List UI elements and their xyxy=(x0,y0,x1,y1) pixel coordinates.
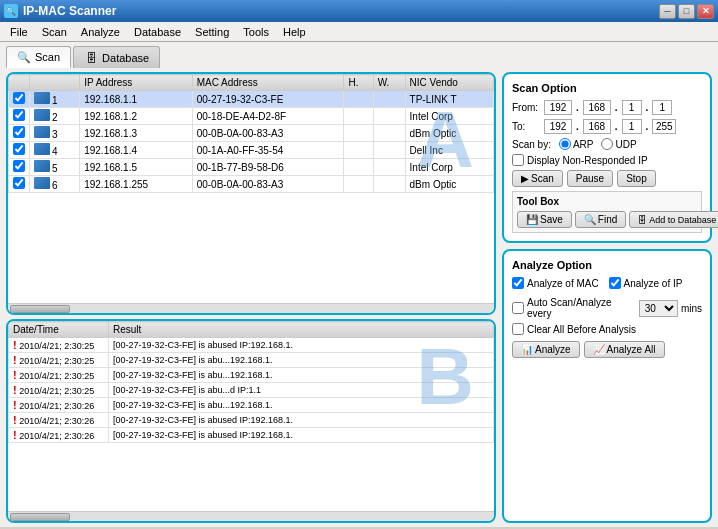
analysis-scroll-thumb[interactable] xyxy=(10,513,70,521)
tab-scan[interactable]: 🔍 Scan xyxy=(6,46,71,68)
analysis-results-box: Date/Time Result ! 2010/4/21; 2:30:25 [0… xyxy=(6,319,496,523)
row-w-0 xyxy=(373,91,405,108)
analyze-mac-label[interactable]: Analyze of MAC xyxy=(512,277,606,289)
from-row: From: . . . xyxy=(512,100,702,115)
analysis-time-2: ! 2010/4/21; 2:30:25 xyxy=(9,368,109,383)
scan-table-scroll[interactable]: IP Address MAC Address H. W. NIC Vendo 1… xyxy=(8,74,494,303)
row-h-0 xyxy=(344,91,373,108)
scan-scroll-track[interactable] xyxy=(8,303,494,313)
pause-btn-label: Pause xyxy=(576,173,604,184)
find-btn-label: Find xyxy=(598,214,617,225)
analyze-all-button[interactable]: 📈 Analyze All xyxy=(584,341,665,358)
to-ip-2[interactable] xyxy=(583,119,611,134)
row-check-3[interactable] xyxy=(13,143,25,155)
analyze-mac-check[interactable] xyxy=(512,277,524,289)
row-check-4[interactable] xyxy=(13,160,25,172)
table-row[interactable]: 4 192.168.1.4 00-1A-A0-FF-35-54 Dell Inc xyxy=(9,142,494,159)
col-w: W. xyxy=(373,75,405,91)
col-icon xyxy=(30,75,80,91)
row-icon-5 xyxy=(34,177,50,189)
tool-box-title: Tool Box xyxy=(517,196,697,207)
find-button[interactable]: 🔍 Find xyxy=(575,211,626,228)
menu-database[interactable]: Database xyxy=(128,25,187,39)
to-ip-3[interactable] xyxy=(622,119,642,134)
maximize-button[interactable]: □ xyxy=(678,4,695,19)
table-row[interactable]: 5 192.168.1.5 00-1B-77-B9-58-D6 Intel Co… xyxy=(9,159,494,176)
pause-button[interactable]: Pause xyxy=(567,170,613,187)
add-to-db-label: Add to Database xyxy=(649,215,716,225)
from-ip-3[interactable] xyxy=(622,100,642,115)
to-ip-4[interactable] xyxy=(652,119,676,134)
menu-file[interactable]: File xyxy=(4,25,34,39)
tool-box: Tool Box 💾 Save 🔍 Find 🗄 Add to Database xyxy=(512,191,702,233)
auto-scan-check[interactable] xyxy=(512,302,524,314)
menu-analyze[interactable]: Analyze xyxy=(75,25,126,39)
menu-setting[interactable]: Setting xyxy=(189,25,235,39)
clear-before-check[interactable] xyxy=(512,323,524,335)
arp-radio[interactable] xyxy=(559,138,571,150)
row-check-0[interactable] xyxy=(13,92,25,104)
analyze-ip-label[interactable]: Analyze of IP xyxy=(609,277,703,289)
analysis-row: ! 2010/4/21; 2:30:25 [00-27-19-32-C3-FE]… xyxy=(9,338,494,353)
udp-radio[interactable] xyxy=(601,138,613,150)
analysis-table-wrap[interactable]: Date/Time Result ! 2010/4/21; 2:30:25 [0… xyxy=(8,321,494,511)
row-check-1[interactable] xyxy=(13,109,25,121)
udp-label: UDP xyxy=(615,139,636,150)
analyze-all-icon: 📈 xyxy=(593,344,605,355)
scan-scroll-thumb[interactable] xyxy=(10,305,70,313)
analysis-result-2: [00-27-19-32-C3-FE] is abu...192.168.1. xyxy=(109,368,494,383)
row-check-5[interactable] xyxy=(13,177,25,189)
row-w-5 xyxy=(373,176,405,193)
analysis-result-0: [00-27-19-32-C3-FE] is abused IP:192.168… xyxy=(109,338,494,353)
row-check-2[interactable] xyxy=(13,126,25,138)
scan-btn-label: Scan xyxy=(531,173,554,184)
from-ip-1[interactable] xyxy=(544,100,572,115)
row-icon-2 xyxy=(34,126,50,138)
col-datetime: Date/Time xyxy=(9,322,109,338)
menu-scan[interactable]: Scan xyxy=(36,25,73,39)
analysis-scroll-track[interactable] xyxy=(8,511,494,521)
row-ip-0: 192.168.1.1 xyxy=(80,91,192,108)
scan-by-row: Scan by: ARP UDP xyxy=(512,138,702,150)
analysis-result-6: [00-27-19-32-C3-FE] is abused IP:192.168… xyxy=(109,428,494,443)
scan-tab-icon: 🔍 xyxy=(17,50,31,64)
close-button[interactable]: ✕ xyxy=(697,4,714,19)
analyze-ip-check[interactable] xyxy=(609,277,621,289)
analyze-button[interactable]: 📊 Analyze xyxy=(512,341,580,358)
row-w-1 xyxy=(373,108,405,125)
alert-icon-2: ! xyxy=(13,369,17,381)
stop-btn-label: Stop xyxy=(626,173,647,184)
table-row[interactable]: 1 192.168.1.1 00-27-19-32-C3-FE TP-LINK … xyxy=(9,91,494,108)
from-ip-2[interactable] xyxy=(583,100,611,115)
auto-scan-mins-select[interactable]: 30 15 60 xyxy=(639,300,678,317)
scan-button[interactable]: ▶ Scan xyxy=(512,170,563,187)
arp-radio-label[interactable]: ARP xyxy=(559,138,594,150)
col-mac: MAC Address xyxy=(192,75,344,91)
scan-table: IP Address MAC Address H. W. NIC Vendo 1… xyxy=(8,74,494,193)
menu-help[interactable]: Help xyxy=(277,25,312,39)
menu-tools[interactable]: Tools xyxy=(237,25,275,39)
col-result: Result xyxy=(109,322,494,338)
row-icon-1 xyxy=(34,109,50,121)
analysis-time-5: ! 2010/4/21; 2:30:26 xyxy=(9,413,109,428)
table-row[interactable]: 2 192.168.1.2 00-18-DE-A4-D2-8F Intel Co… xyxy=(9,108,494,125)
main-content: IP Address MAC Address H. W. NIC Vendo 1… xyxy=(0,68,718,527)
analyze-btn-row: 📊 Analyze 📈 Analyze All xyxy=(512,341,702,358)
stop-button[interactable]: Stop xyxy=(617,170,656,187)
table-row[interactable]: 6 192.168.1.255 00-0B-0A-00-83-A3 dBm Op… xyxy=(9,176,494,193)
tab-database[interactable]: 🗄 Database xyxy=(73,46,160,68)
row-mac-0: 00-27-19-32-C3-FE xyxy=(192,91,344,108)
display-non-responded-check[interactable] xyxy=(512,154,524,166)
tab-bar: 🔍 Scan 🗄 Database xyxy=(0,42,718,68)
from-ip-4[interactable] xyxy=(652,100,672,115)
minimize-button[interactable]: ─ xyxy=(659,4,676,19)
analysis-time-4: ! 2010/4/21; 2:30:26 xyxy=(9,398,109,413)
window-controls: ─ □ ✕ xyxy=(659,4,714,19)
table-row[interactable]: 3 192.168.1.3 00-0B-0A-00-83-A3 dBm Opti… xyxy=(9,125,494,142)
row-mac-3: 00-1A-A0-FF-35-54 xyxy=(192,142,344,159)
arp-label: ARP xyxy=(573,139,594,150)
save-button[interactable]: 💾 Save xyxy=(517,211,572,228)
add-to-database-button[interactable]: 🗄 Add to Database xyxy=(629,211,718,228)
udp-radio-label[interactable]: UDP xyxy=(601,138,636,150)
to-ip-1[interactable] xyxy=(544,119,572,134)
